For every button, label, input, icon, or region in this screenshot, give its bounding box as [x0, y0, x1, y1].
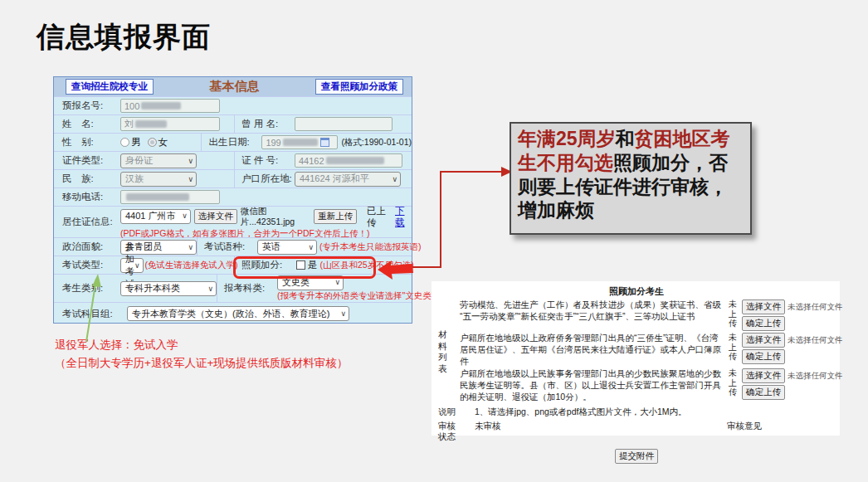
candidate-cat-select[interactable]: 专科升本科类∨ [120, 281, 217, 296]
chevron-down-icon: ∨ [182, 212, 188, 221]
mobile-label: 移动电话: [54, 191, 120, 203]
exam-lang-value: 英语 [262, 241, 280, 253]
row-ethnic-household: 民 族: 汉族∨ 户口所在地: 441624 河源和平∨ [54, 170, 412, 188]
chevron-down-icon: ∨ [334, 278, 340, 287]
exam-lang-label: 考试语种: [197, 241, 257, 253]
candidate-cat-value: 专科升本科类 [125, 282, 180, 295]
residence-region-select[interactable]: 4401 广州市∨ [120, 209, 191, 224]
household-label: 户口所在地: [235, 173, 295, 185]
note-label: 说明 [438, 407, 463, 417]
confirm-upload-button[interactable]: 确定上传 [742, 385, 785, 400]
row-prereg: 预报名号: 100 [54, 97, 412, 115]
gender-label: 性 别: [54, 136, 120, 148]
mobile-input[interactable] [120, 190, 220, 204]
subject-group-value: 专升本教育学类（文史）(政治、外语、教育理论) [132, 308, 329, 320]
chevron-down-icon: ∨ [134, 261, 140, 270]
query-colleges-button[interactable]: 查询招生院校专业 [66, 79, 154, 95]
household-select[interactable]: 441624 河源和平∨ [295, 172, 401, 187]
submit-attachment-button[interactable]: 提交附件 [615, 449, 658, 464]
callout-segment: 年满25周岁 [518, 128, 616, 149]
subject-cat-note: (报考专升本的外语类专业请选择"文史类") [277, 290, 437, 301]
row-gender-birth: 性 别: 男 女 出生日期: 199 (格式:1990-01-01) [54, 134, 412, 152]
ethnic-label: 民 族: [54, 173, 120, 185]
candidate-cat-label: 考生类别: [54, 282, 120, 295]
form-header: 查询招生院校专业 基本信息 查看照顾加分政策 [54, 77, 412, 97]
veteran-note-line2: （全日制大专学历+退役军人证+现场提供纸质版材料审核） [55, 354, 348, 372]
row-residence: 居住证信息: 4401 广州市∨ 选择文件 微信图片...42351.jpg 重… [54, 207, 412, 238]
id-no-input[interactable]: 44162 [295, 153, 402, 168]
former-name-label: 曾 用 名: [235, 118, 295, 130]
exam-lang-select[interactable]: 英语∨ [257, 240, 317, 255]
choose-file-button[interactable]: 选择文件 [742, 299, 785, 314]
materials-list-label: 材料列表 [438, 329, 450, 375]
row-idtype-idno: 证件类型: 身份证∨ 证 件 号: 44162 [54, 152, 412, 170]
redacted-value [283, 139, 318, 146]
review-opinion-label: 审核意见 [727, 421, 835, 432]
political-label: 政治面貌: [54, 241, 120, 253]
birth-value: 199 [266, 138, 280, 148]
gender-male-radio[interactable]: 男 [120, 136, 141, 148]
no-file-text: 未选择任何文件 [788, 371, 843, 381]
birth-format-note: (格式:1990-01-01) [341, 137, 412, 148]
no-file-text: 未选择任何文件 [788, 335, 843, 345]
exam-type-select[interactable]: 参加考试∨ [120, 258, 144, 273]
view-bonus-policy-button[interactable]: 查看照顾加分政策 [315, 79, 403, 95]
id-type-select[interactable]: 身份证∨ [120, 153, 197, 168]
id-type-label: 证件类型: [54, 154, 120, 167]
veteran-note-line1: 退役军人选择：免试入学 [55, 336, 348, 354]
residence-file-name: 微信图片...42351.jpg [241, 206, 310, 227]
row-category-subject: 考生类别: 专科升本科类∨ 报考科类: 文史类∨ (报考专升本的外语类专业请选择… [54, 275, 412, 303]
radio-selected-icon [148, 138, 157, 147]
calendar-icon[interactable] [320, 138, 329, 147]
ethnic-select[interactable]: 汉族∨ [120, 172, 197, 187]
exam-lang-note: (专升本考生只能选报英语) [319, 241, 422, 253]
gender-female-label: 女 [158, 137, 168, 147]
subject-cat-label: 报考科类: [217, 282, 277, 295]
residence-reupload-button[interactable]: 重新上传 [314, 209, 357, 224]
redacted-value [126, 193, 189, 201]
chevron-down-icon: ∨ [188, 243, 193, 251]
residence-label: 居住证信息: [54, 216, 120, 228]
callout-box: 年满25周岁和贫困地区考生不用勾选照顾加分，否则要上传证件进行审核，增加麻烦 [510, 122, 752, 235]
residence-choose-file-button[interactable]: 选择文件 [194, 209, 237, 224]
chevron-down-icon: ∨ [308, 243, 314, 251]
bonus-candidates-panel: 照顾加分考生 材料列表 劳动模范、先进生产（工作）者及科技进步（成果）奖获证书、… [432, 281, 840, 436]
residence-region-value: 4401 广州市 [125, 211, 176, 222]
birth-input[interactable]: 199 [261, 135, 338, 149]
chevron-down-icon: ∨ [392, 175, 397, 183]
redacted-value [326, 157, 384, 164]
residence-uploaded-status: 已上传 [367, 205, 392, 229]
chevron-down-icon: ∨ [207, 285, 213, 293]
name-input[interactable]: 刘 [120, 117, 220, 131]
prereg-input[interactable]: 100 [120, 99, 220, 113]
subject-group-select[interactable]: 专升本教育学类（文史）(政治、外语、教育理论)∨ [127, 306, 349, 321]
chevron-down-icon: ∨ [188, 175, 193, 183]
choose-file-button[interactable]: 选择文件 [742, 333, 785, 348]
choose-file-button[interactable]: 选择文件 [742, 368, 785, 383]
redacted-value [141, 102, 181, 110]
gender-female-radio[interactable]: 女 [148, 136, 168, 148]
review-status-value: 未审核 [463, 421, 501, 432]
exam-type-note: (免试生请选择免试入学) [145, 260, 238, 271]
upload-status: 未上传 [729, 368, 739, 397]
confirm-upload-button[interactable]: 确定上传 [742, 316, 785, 331]
upload-status: 未上传 [729, 299, 739, 329]
radio-icon [120, 138, 129, 147]
former-name-input[interactable] [295, 117, 393, 131]
red-connector-line [412, 172, 501, 267]
bonus-highlight-rect [233, 256, 376, 279]
id-no-label: 证 件 号: [235, 154, 295, 167]
note-text: 1、请选择jpg、png或者pdf格式图片文件，大小1M内。 [463, 407, 687, 418]
material-item: 户籍所在地地级以上民族事务管理部门出具的少数民族聚居地的少数民族考生证明等。县（… [450, 368, 835, 402]
basic-info-form: 查询招生院校专业 基本信息 查看照顾加分政策 预报名号: 100 姓 名: 刘 … [53, 76, 412, 324]
subject-group-label: 考试科目组: [54, 308, 127, 320]
confirm-upload-button[interactable]: 确定上传 [742, 349, 785, 364]
prereg-label: 预报名号: [54, 100, 120, 112]
chevron-down-icon: ∨ [340, 309, 346, 318]
household-value: 441624 河源和平 [300, 173, 369, 185]
row-political-lang: 政治面貌: 共青团员∨ 考试语种: 英语∨ (专升本考生只能选报英语) [54, 238, 412, 256]
exam-type-label: 考试类型: [54, 259, 120, 271]
residence-download-link[interactable]: 下载 [395, 205, 412, 229]
birth-label: 出生日期: [202, 136, 261, 148]
subject-cat-value: 文史类 [282, 277, 310, 289]
